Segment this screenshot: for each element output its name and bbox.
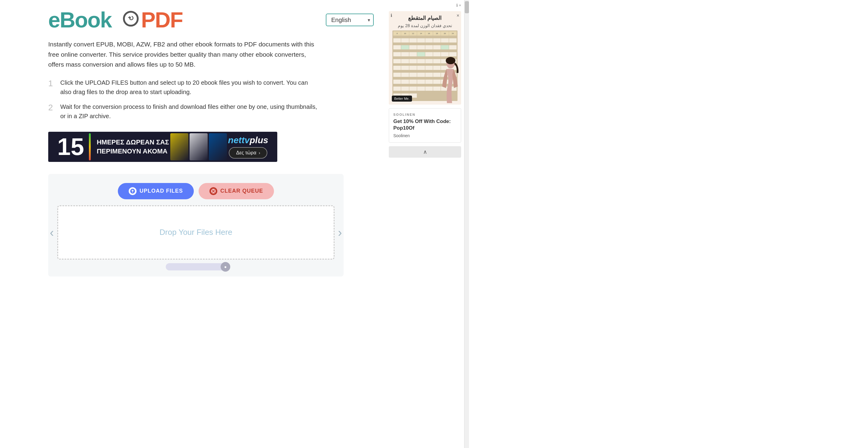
- chevron-right-icon: ›: [258, 150, 260, 155]
- ad-cta-label: Δες τώρα: [236, 150, 256, 155]
- drop-zone-placeholder: Drop Your Files Here: [159, 228, 232, 237]
- progress-area: ●: [54, 263, 338, 270]
- chevron-left-icon: ‹: [50, 226, 54, 239]
- ad-info-icon[interactable]: ℹ ×: [456, 3, 461, 7]
- ad-diet-subtitle-arabic: تحدي فقدان الوزن لمدة 28 يوم: [398, 23, 452, 28]
- logo: eBook ↻ PDF: [48, 9, 183, 31]
- step-2-text: Wait for the conversion process to finis…: [60, 102, 319, 121]
- clear-queue-button[interactable]: CLEAR QUEUE: [198, 183, 274, 199]
- cal-cell: [417, 73, 425, 77]
- cal-cell: 24: [449, 31, 457, 36]
- cal-cell: [449, 52, 457, 56]
- scrollbar[interactable]: [464, 0, 469, 448]
- cal-cell: [393, 45, 401, 50]
- cal-cell: [417, 52, 425, 56]
- cal-cell: [417, 45, 425, 50]
- cal-cell: [433, 52, 441, 56]
- step-2: 2 Wait for the conversion process to fin…: [48, 102, 319, 121]
- cal-cell: 20: [441, 31, 448, 36]
- drop-zone-wrapper: ‹ Drop Your Files Here ›: [54, 205, 338, 260]
- cal-cell: 10: [401, 31, 409, 36]
- cal-cell: [417, 59, 425, 63]
- cal-cell: [449, 45, 457, 50]
- cal-cell: [401, 80, 409, 84]
- step-1-text: Click the UPLOAD FILES button and select…: [60, 78, 319, 97]
- ad-betterme-badge: Better Me.: [392, 96, 412, 101]
- svg-point-3: [446, 57, 456, 64]
- logo-icon: ↻: [123, 11, 138, 27]
- progress-handle: ●: [221, 262, 230, 272]
- cal-cell: [417, 66, 425, 70]
- ad-top-controls: ℹ ×: [389, 3, 461, 7]
- carousel-left-button[interactable]: ‹: [45, 226, 59, 239]
- cal-cell: [425, 66, 433, 70]
- ad-banner-line2: ΠΕΡΙΜΕΝΟΥΝ ΑΚΟΜΑ: [97, 147, 169, 155]
- ad-brand-name: nettvplus: [228, 135, 268, 145]
- steps-list: 1 Click the UPLOAD FILES button and sele…: [48, 78, 319, 121]
- upload-section: UPLOAD FILES CLEAR QUEUE ‹: [48, 174, 344, 276]
- chevron-right-icon: ›: [338, 226, 342, 239]
- ad-promo-soolinen: SOOLINEN Get 10% Off With Code: Pop10Of …: [389, 108, 461, 143]
- cal-cell: [401, 73, 409, 77]
- ad-soccer-players: [170, 133, 227, 160]
- cal-cell: [393, 66, 401, 70]
- cal-cell: [393, 80, 401, 84]
- cal-cell: [425, 45, 433, 50]
- step-1-number: 1: [48, 78, 60, 88]
- clear-queue-label: CLEAR QUEUE: [220, 188, 263, 194]
- cal-cell: [441, 38, 448, 42]
- ad-banner-soccer-area: [170, 133, 227, 160]
- cal-cell: [401, 52, 409, 56]
- ad-diet-title-arabic: الصيام المتقطع: [408, 15, 441, 21]
- promo-sub: Soolinen: [393, 133, 457, 138]
- cal-cell: 8: [393, 31, 401, 36]
- cal-cell: [393, 59, 401, 63]
- cal-cell: 16: [425, 31, 433, 36]
- cal-cell: [409, 38, 417, 42]
- language-select[interactable]: English French German Spanish Italian Po…: [326, 13, 374, 26]
- scroll-up-button[interactable]: ∧: [389, 146, 461, 158]
- cal-cell: [409, 80, 417, 84]
- cal-cell: [425, 59, 433, 63]
- logo-to: [113, 9, 119, 31]
- ad-banner-text: ΗΜΕΡΕΣ ΔΩΡΕΑΝ ΣΑΣ ΠΕΡΙΜΕΝΟΥΝ ΑΚΟΜΑ: [97, 139, 169, 155]
- ad-sidebar-diet: ℹ × الصيام المتقطع تحدي فقدان الوزن لمدة…: [389, 11, 461, 104]
- ad-cta-button[interactable]: Δες τώρα ›: [229, 147, 267, 158]
- cal-cell: [417, 87, 425, 91]
- cal-cell: [409, 59, 417, 63]
- step-1: 1 Click the UPLOAD FILES button and sele…: [48, 78, 319, 97]
- ad-banner-line1: ΗΜΕΡΕΣ ΔΩΡΕΑΝ ΣΑΣ: [97, 139, 169, 146]
- ad-diet-close-button[interactable]: ×: [457, 13, 459, 19]
- ad-brand-plus: plus: [250, 135, 268, 145]
- cal-cell: [417, 80, 425, 84]
- logo-arrow-icon: ↻: [127, 14, 135, 23]
- ad-diet-info-button[interactable]: ℹ: [391, 13, 392, 18]
- cal-cell: [401, 87, 409, 91]
- cal-cell: [441, 52, 448, 56]
- ad-banner-horizontal: 15 ΗΜΕΡΕΣ ΔΩΡΕΑΝ ΣΑΣ ΠΕΡΙΜΕΝΟΥΝ ΑΚΟΜΑ: [48, 132, 277, 162]
- cal-cell: [425, 80, 433, 84]
- ad-banner-number: 15: [57, 135, 84, 159]
- cal-cell: [401, 38, 409, 42]
- cal-cell: [401, 66, 409, 70]
- header: eBook ↻ PDF English French German Spanis…: [48, 9, 374, 31]
- logo-pdf: PDF: [141, 9, 183, 31]
- cal-cell: 14: [417, 31, 425, 36]
- upload-files-label: UPLOAD FILES: [140, 188, 183, 194]
- scrollbar-thumb[interactable]: [465, 1, 469, 13]
- promo-headline: Get 10% Off With Code: Pop10Of: [393, 118, 457, 131]
- step-2-number: 2: [48, 102, 60, 113]
- cal-cell: [393, 52, 401, 56]
- cal-cell: [401, 45, 409, 50]
- description-text: Instantly convert EPUB, MOBI, AZW, FB2 a…: [48, 39, 319, 70]
- cal-cell: [425, 38, 433, 42]
- carousel-right-button[interactable]: ›: [333, 226, 347, 239]
- cal-cell: [393, 87, 401, 91]
- drop-zone[interactable]: Drop Your Files Here: [57, 205, 335, 260]
- language-selector-wrapper[interactable]: English French German Spanish Italian Po…: [326, 13, 374, 26]
- cal-cell: [409, 66, 417, 70]
- upload-files-button[interactable]: UPLOAD FILES: [118, 183, 194, 199]
- cal-cell: [393, 38, 401, 42]
- ad-figure: [438, 56, 461, 104]
- cal-cell: [409, 52, 417, 56]
